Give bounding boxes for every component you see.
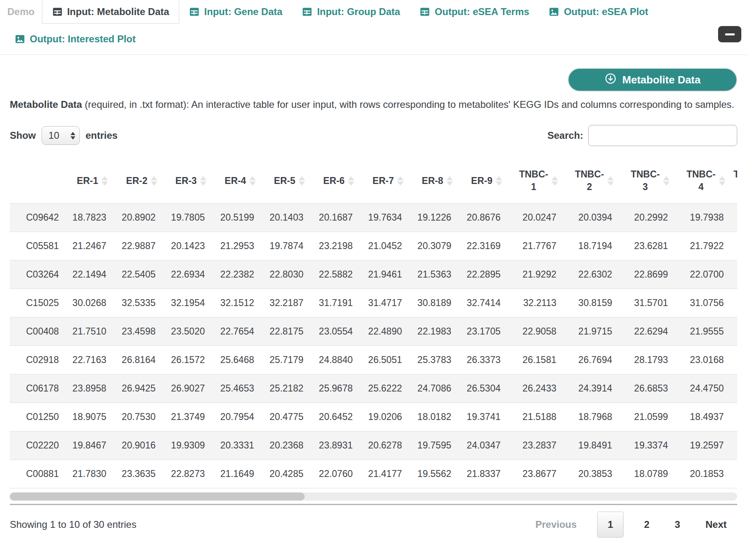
column-header-er-3[interactable]: ER-3: [161, 158, 211, 203]
data-cell: 23.3635: [112, 460, 161, 488]
data-cell: 21.5188: [506, 403, 562, 431]
scrollbar-thumb[interactable]: [10, 492, 305, 501]
tab-label: Demo: [7, 6, 35, 18]
column-header-er-9[interactable]: ER-9: [457, 158, 506, 203]
column-header-tnbc-5[interactable]: TNBC- 5: [729, 158, 737, 203]
data-cell: 26.2433: [506, 374, 562, 403]
data-cell: 22.8030: [260, 260, 309, 289]
column-label: TNBC- 5: [734, 168, 737, 193]
data-cell: 21.2467: [63, 232, 112, 260]
column-header-er-4[interactable]: ER-4: [211, 158, 260, 203]
metabolite-table-wrapper: ER-1ER-2ER-3ER-4ER-5ER-6ER-7ER-8ER-9TNBC…: [10, 158, 737, 488]
tab-input-metabolite-data[interactable]: Input: Metabolite Data: [42, 0, 180, 24]
column-header-tnbc-1[interactable]: TNBC- 1: [506, 158, 562, 203]
data-cell: 21.0599: [618, 403, 674, 431]
data-cell: 23.8677: [506, 460, 562, 488]
sort-icon: [299, 176, 305, 186]
data-cell: 31.4717: [358, 289, 408, 317]
page-2-button[interactable]: 2: [633, 512, 660, 538]
column-label: ER-6: [323, 175, 345, 187]
table-controls: Show 10 entries Search:: [10, 125, 737, 146]
tab-row-1: DemoInput: Metabolite DataInput: Gene Da…: [0, 0, 747, 24]
row-id-cell: C02220: [10, 431, 63, 460]
data-cell: 25.6222: [358, 374, 408, 403]
row-id-cell: C06178: [10, 374, 63, 403]
column-header-er-8[interactable]: ER-8: [408, 158, 457, 203]
data-cell: 23.2837: [506, 431, 562, 460]
data-cell: 21.9555: [674, 317, 729, 346]
search-input[interactable]: [588, 125, 737, 146]
column-header-tnbc-2[interactable]: TNBC- 2: [562, 158, 618, 203]
column-label: ER-9: [471, 175, 492, 187]
page-size-value: 10: [48, 130, 59, 141]
sort-icon: [151, 176, 157, 186]
data-cell: 22.1494: [63, 260, 112, 289]
data-cell: 20.7954: [211, 403, 260, 431]
data-cell: 18.0182: [408, 403, 457, 431]
data-cell: 30.0268: [63, 289, 112, 317]
page-size-select[interactable]: 10: [42, 126, 80, 145]
row-id-cell: C02918: [10, 346, 63, 374]
column-label: ER-2: [126, 175, 147, 187]
column-label: ER-3: [176, 175, 197, 187]
data-cell: 20.9016: [112, 431, 161, 460]
data-cell: 19.0206: [358, 403, 408, 431]
data-cell: 22.5882: [309, 260, 358, 289]
data-cell: 31.7191: [309, 289, 358, 317]
page-next-button[interactable]: Next: [695, 512, 737, 538]
data-cell: 20.1423: [161, 232, 211, 260]
column-header-tnbc-4[interactable]: TNBC- 4: [674, 158, 729, 203]
column-header-er-1[interactable]: ER-1: [63, 158, 112, 203]
column-header-tnbc-3[interactable]: TNBC- 3: [618, 158, 674, 203]
data-cell: 22.4890: [358, 317, 408, 346]
data-cell: 20.0394: [562, 203, 618, 232]
tab-input-gene-data[interactable]: Input: Gene Data: [179, 0, 292, 24]
page-previous-button[interactable]: Previous: [525, 512, 587, 538]
collapse-button[interactable]: [718, 26, 741, 42]
column-header-er-7[interactable]: ER-7: [358, 158, 408, 203]
data-cell: 21.5363: [408, 260, 457, 289]
data-cell: 23.0554: [309, 317, 358, 346]
data-cell: 20.7530: [112, 403, 161, 431]
sort-icon: [446, 176, 453, 186]
column-header-er-5[interactable]: ER-5: [260, 158, 309, 203]
data-cell: 19.8491: [562, 431, 618, 460]
metabolite-data-download-button[interactable]: Metabolite Data: [568, 68, 737, 92]
table-row: C0617823.895826.942526.902725.465325.218…: [10, 374, 737, 403]
data-cell: 21.9715: [562, 317, 618, 346]
table-icon: [189, 7, 200, 17]
column-label: ER-5: [274, 175, 295, 187]
data-cell: 19.7805: [161, 203, 211, 232]
data-cell: 20.2992: [618, 203, 674, 232]
entries-label: entries: [86, 130, 118, 141]
data-cell: 22.9887: [112, 232, 161, 260]
table-row: C1502530.026832.533532.195432.151232.218…: [10, 289, 737, 317]
sort-icon: [607, 176, 614, 186]
column-header-er-2[interactable]: ER-2: [112, 158, 161, 203]
page-3-button[interactable]: 3: [664, 512, 691, 538]
data-cell: 21.7830: [63, 460, 112, 488]
column-label: ER-4: [225, 175, 246, 187]
data-cell: 26.5051: [358, 346, 408, 374]
data-cell: 32.2187: [260, 289, 309, 317]
data-cell: 32.2113: [506, 289, 562, 317]
data-cell: 23.1705: [457, 317, 506, 346]
tab-output-interested-plot[interactable]: Output: Interested Plot: [5, 33, 145, 45]
sort-icon: [200, 176, 207, 186]
data-cell: [729, 203, 737, 232]
horizontal-scrollbar[interactable]: [10, 492, 737, 501]
pagination: Previous123Next: [525, 512, 738, 538]
data-cell: 22.6302: [562, 260, 618, 289]
data-cell: 30.8189: [408, 289, 457, 317]
data-cell: 32.1954: [161, 289, 211, 317]
table-row: C0125018.907520.753021.374920.795420.477…: [10, 403, 737, 431]
data-cell: 31.5701: [618, 289, 674, 317]
column-header-er-6[interactable]: ER-6: [309, 158, 358, 203]
row-id-column-header: [10, 158, 63, 203]
tab-output-esea-terms[interactable]: Output: eSEA Terms: [410, 0, 539, 24]
page-1-button[interactable]: 1: [597, 512, 624, 538]
data-cell: 26.1572: [161, 346, 211, 374]
data-cell: 24.7086: [408, 374, 457, 403]
tab-input-group-data[interactable]: Input: Group Data: [292, 0, 410, 24]
tab-output-esea-plot[interactable]: Output: eSEA Plot: [539, 0, 658, 24]
